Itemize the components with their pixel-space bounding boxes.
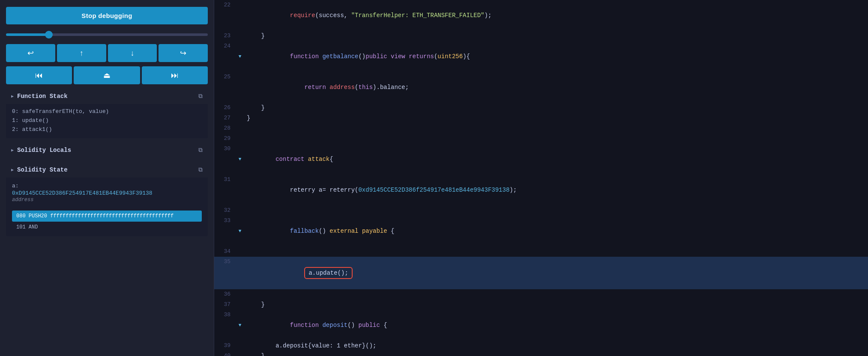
line-code-36 — [243, 289, 868, 300]
line-arrow-37 — [236, 300, 243, 310]
opcode-container: 080 PUSH20 fffffffffffffffffffffffffffff… — [6, 211, 208, 236]
line-code-38: function deposit() public { — [243, 310, 868, 341]
line-arrow-28 — [236, 123, 243, 134]
opcode-item-1: 080 PUSH20 fffffffffffffffffffffffffffff… — [12, 211, 202, 222]
state-value-a: 0xD9145CCE52D386F254917E481EB44E9943F391… — [12, 190, 202, 196]
line-arrow-29 — [236, 134, 243, 144]
function-stack-chevron: ▶ — [11, 94, 14, 99]
line-num-24: 24 — [214, 41, 236, 72]
line-num-27: 27 — [214, 113, 236, 123]
line-code-33: fallback() external payable { — [243, 216, 868, 246]
solidity-state-copy-icon[interactable]: ⧉ — [198, 166, 203, 173]
line-code-34 — [243, 246, 868, 257]
line-code-37: } — [243, 300, 868, 310]
line-arrow-25 — [236, 72, 243, 103]
code-line-32: 32 — [214, 205, 868, 216]
code-line-34: 34 — [214, 246, 868, 257]
function-stack-section: ▶ Function Stack ⧉ 0: safeTransferETH(to… — [6, 89, 208, 138]
solidity-locals-header[interactable]: ▶ Solidity Locals ⧉ — [6, 142, 208, 158]
function-stack-header[interactable]: ▶ Function Stack ⧉ — [6, 89, 208, 104]
code-line-31: 31 reterry a= reterry(0xd9145CCE52D386f2… — [214, 175, 868, 205]
debug-slider[interactable] — [6, 33, 208, 36]
solidity-locals-section: ▶ Solidity Locals ⧉ — [6, 142, 208, 158]
jump-start-button[interactable]: ⏮ — [6, 66, 72, 84]
line-code-39: a.deposit{value: 1 ether}(); — [243, 341, 868, 351]
line-num-39: 39 — [214, 341, 236, 351]
line-arrow-33: ▼ — [236, 216, 243, 246]
state-type-a: address — [12, 197, 202, 203]
line-num-23: 23 — [214, 31, 236, 41]
line-code-25: return address(this).balance; — [243, 72, 868, 103]
code-line-30: 30 ▼ contract attack{ — [214, 144, 868, 175]
code-line-40: 40 } — [214, 351, 868, 356]
line-arrow-27 — [236, 113, 243, 123]
line-arrow-36 — [236, 289, 243, 300]
stack-item-2: 2: attack1() — [12, 125, 202, 134]
code-line-36: 36 — [214, 289, 868, 300]
solidity-state-title: Solidity State — [17, 166, 195, 173]
line-num-28: 28 — [214, 123, 236, 134]
code-line-33: 33 ▼ fallback() external payable { — [214, 216, 868, 246]
line-arrow-30: ▼ — [236, 144, 243, 175]
opcode-item-2: 101 AND — [12, 222, 202, 232]
line-arrow-39 — [236, 341, 243, 351]
line-arrow-32 — [236, 205, 243, 216]
step-over-button[interactable]: ↑ — [57, 44, 106, 62]
line-num-25: 25 — [214, 72, 236, 103]
line-arrow-31 — [236, 175, 243, 205]
line-code-30: contract attack{ — [243, 144, 868, 175]
solidity-locals-title: Solidity Locals — [17, 147, 195, 154]
code-line-38: 38 ▼ function deposit() public { — [214, 310, 868, 341]
code-line-29: 29 — [214, 134, 868, 144]
code-line-28: 28 — [214, 123, 868, 134]
code-line-26: 26 } — [214, 103, 868, 113]
code-editor: 22 require(success, "TransferHelper: ETH… — [214, 0, 868, 356]
code-line-23: 23 } — [214, 31, 868, 41]
line-arrow-38: ▼ — [236, 310, 243, 341]
function-stack-copy-icon[interactable]: ⧉ — [198, 93, 203, 100]
line-num-35: 35 — [214, 257, 236, 289]
line-num-22: 22 — [214, 0, 236, 31]
line-num-33: 33 — [214, 216, 236, 246]
solidity-state-header[interactable]: ▶ Solidity State ⧉ — [6, 162, 208, 178]
code-line-24: 24 ▼ function getbalance()public view re… — [214, 41, 868, 72]
debug-slider-container — [6, 29, 208, 40]
step-back-button[interactable]: ↩ — [6, 44, 55, 62]
line-code-35: a.update(); — [243, 257, 868, 289]
line-arrow-26 — [236, 103, 243, 113]
code-line-27: 27 } — [214, 113, 868, 123]
line-code-22: require(success, "TransferHelper: ETH_TR… — [243, 0, 868, 31]
line-num-40: 40 — [214, 351, 236, 356]
nav-row-1: ↩ ↑ ↓ ↪ — [6, 44, 208, 62]
stack-item-0: 0: safeTransferETH(to, value) — [12, 107, 202, 116]
line-code-28 — [243, 123, 868, 134]
step-forward-button[interactable]: ↪ — [159, 44, 208, 62]
line-code-29 — [243, 134, 868, 144]
step-into-button[interactable]: ↓ — [108, 44, 157, 62]
code-line-37: 37 } — [214, 300, 868, 310]
line-num-37: 37 — [214, 300, 236, 310]
line-arrow-24: ▼ — [236, 41, 243, 72]
line-code-40: } — [243, 351, 868, 356]
jump-end-button[interactable]: ⏭ — [142, 66, 208, 84]
line-num-38: 38 — [214, 310, 236, 341]
line-num-32: 32 — [214, 205, 236, 216]
line-code-31: reterry a= reterry(0xd9145CCE52D386f2549… — [243, 175, 868, 205]
function-stack-body: 0: safeTransferETH(to, value) 1: update(… — [6, 104, 208, 138]
highlight-box-35: a.update(); — [304, 267, 352, 279]
jump-out-button[interactable]: ⏏ — [74, 66, 140, 84]
stack-item-1: 1: update() — [12, 116, 202, 125]
line-code-24: function getbalance()public view returns… — [243, 41, 868, 72]
line-code-23: } — [243, 31, 868, 41]
line-num-31: 31 — [214, 175, 236, 205]
line-code-27: } — [243, 113, 868, 123]
line-num-30: 30 — [214, 144, 236, 175]
line-num-34: 34 — [214, 246, 236, 257]
line-arrow-23 — [236, 31, 243, 41]
solidity-state-section: ▶ Solidity State ⧉ a: 0xD9145CCE52D386F2… — [6, 162, 208, 236]
solidity-locals-copy-icon[interactable]: ⧉ — [198, 147, 203, 154]
stop-debug-button[interactable]: Stop debugging — [6, 7, 208, 24]
nav-row-2: ⏮ ⏏ ⏭ — [6, 66, 208, 84]
code-line-39: 39 a.deposit{value: 1 ether}(); — [214, 341, 868, 351]
code-panel: 22 require(success, "TransferHelper: ETH… — [214, 0, 868, 356]
